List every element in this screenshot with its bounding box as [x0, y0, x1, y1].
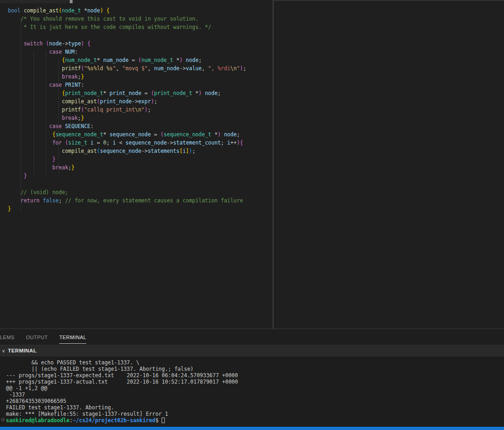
text-line: break;} — [8, 114, 246, 122]
text-line: switch (node->type) { — [8, 39, 246, 48]
chevron-down-icon[interactable]: ∨ — [2, 348, 5, 353]
text-line: /* You should remove this cast to void i… — [8, 15, 246, 23]
text-cursor-remnant — [70, 0, 73, 3]
text-line: {num_node_t* num_node = (num_node_t *) n… — [8, 56, 246, 64]
panel-tab-bar: LEMS OUTPUT TERMINAL — [0, 329, 504, 345]
text-line: && echo PASSED test stage1-1337. \ — [6, 359, 238, 366]
text-line: case PRINT: — [8, 81, 246, 89]
code-editor-content[interactable]: bool compile_ast(node_t *node) { /* You … — [8, 6, 246, 213]
text-line: {sequence_node_t* sequence_node = (seque… — [8, 130, 246, 139]
terminal-viewport[interactable]: && echo PASSED test stage1-1337. \ || (e… — [0, 357, 504, 426]
text-line: // (void) node; — [8, 188, 246, 196]
text-line: } — [8, 205, 246, 213]
text-line: +++ progs/stage1-1337-actual.txt 2022-10… — [6, 379, 238, 385]
text-line: make: *** [Makefile:55: stage1-1337-resu… — [6, 411, 238, 417]
editor-group-row: bool compile_ast(node_t *node) { /* You … — [0, 0, 504, 329]
text-line: compile_ast(sequence_node->statements[i]… — [8, 147, 246, 155]
terminal-section-header[interactable]: ∨ TERMINAL — [0, 345, 504, 357]
text-line: printf("%s%ld %s", "movq $", num_node->v… — [8, 64, 246, 73]
tab-terminal[interactable]: TERMINAL — [59, 330, 86, 344]
tab-problems-clipped[interactable]: LEMS — [0, 330, 15, 344]
text-line: } — [8, 155, 246, 163]
text-line: for (size_t i = 0; i < sequence_node->st… — [8, 139, 246, 147]
tab-output[interactable]: OUTPUT — [26, 330, 48, 344]
text-line: break;} — [8, 73, 246, 81]
text-line: bool compile_ast(node_t *node) { — [8, 6, 246, 15]
text-line: sankired@labradoodle:~/cs24/project02b-s… — [6, 417, 238, 424]
clipped-line-sliver — [0, 0, 73, 3]
text-line: return false; // for now, every statemen… — [8, 196, 246, 205]
text-line: -1337 — [6, 391, 238, 398]
text-line: compile_ast(print_node->expr); — [8, 97, 246, 106]
text-line: * It is just here so the code compiles w… — [8, 23, 246, 31]
text-line: +268764353039066505 — [6, 398, 238, 404]
text-line: printf("callq print_int\n"); — [8, 106, 246, 114]
text-line: break;} — [8, 163, 246, 172]
text-line: @@ -1 +1,2 @@ — [6, 385, 238, 391]
bottom-panel: LEMS OUTPUT TERMINAL ∨ TERMINAL && echo … — [0, 329, 504, 427]
editor-pane-code[interactable]: bool compile_ast(node_t *node) { /* You … — [0, 0, 273, 329]
command-decoration-icon[interactable] — [1, 418, 5, 421]
status-bar[interactable] — [0, 427, 504, 430]
terminal-section-title: TERMINAL — [8, 348, 37, 353]
editor-pane-empty[interactable] — [274, 0, 504, 329]
text-line: --- progs/stage1-1337-expected.txt 2022-… — [6, 372, 238, 379]
text-line — [8, 180, 246, 188]
text-line: FAILED test stage1-1337. Aborting. — [6, 404, 238, 411]
text-line: case SEQUENCE: — [8, 122, 246, 130]
text-line: } — [8, 172, 246, 180]
text-line: {print_node_t* print_node = (print_node_… — [8, 89, 246, 97]
editor-top-border — [274, 0, 504, 1]
text-line: || (echo FAILED test stage1-1337. Aborti… — [6, 366, 238, 372]
text-line: case NUM: — [8, 48, 246, 56]
text-line — [8, 31, 246, 39]
terminal-content[interactable]: && echo PASSED test stage1-1337. \ || (e… — [6, 359, 238, 424]
vscode-window: bool compile_ast(node_t *node) { /* You … — [0, 0, 504, 430]
